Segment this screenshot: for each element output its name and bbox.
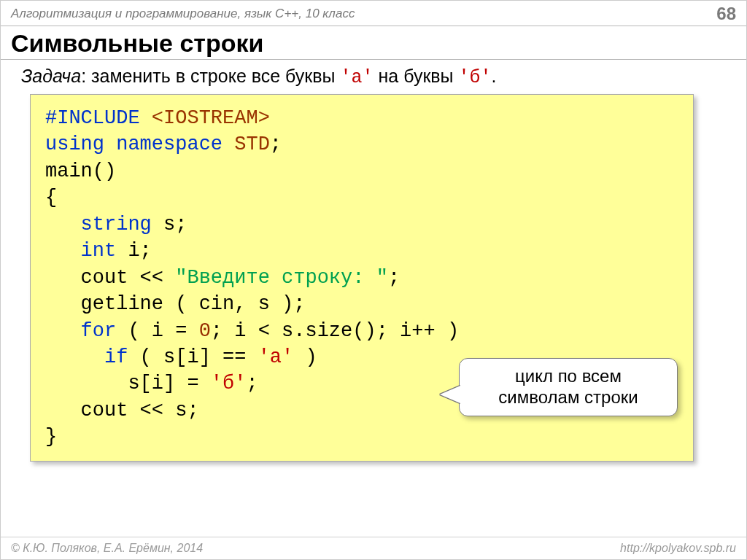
tok-for-open: ( i =: [116, 320, 198, 342]
slide: Алгоритмизация и программирование, язык …: [0, 0, 747, 560]
tok-s: s;: [152, 214, 187, 236]
tok-rbrace: }: [45, 426, 57, 448]
tok-cout2: cout << s;: [45, 400, 199, 421]
callout: цикл по всем символам строки: [459, 358, 678, 416]
tok-std: STD: [234, 133, 270, 155]
tok-main: main(): [45, 160, 116, 182]
tok-semi3: ;: [246, 373, 258, 394]
task-label: Задача: [21, 66, 81, 86]
task-statement: Задача: заменить в строке все буквы 'а' …: [1, 60, 746, 93]
tok-int: int: [45, 240, 116, 262]
slide-title: Символьные строки: [11, 29, 736, 58]
task-literal-b: 'б': [459, 67, 492, 88]
tok-lbrace: {: [45, 187, 57, 209]
task-text-before: : заменить в строке все буквы: [81, 66, 340, 86]
callout-line2: символам строки: [465, 387, 671, 408]
tok-iostream: <IOSTREAM>: [152, 107, 270, 129]
task-literal-a: 'а': [341, 67, 374, 88]
tok-semi1: ;: [270, 133, 282, 155]
tok-getline: getline ( cin, s );: [45, 293, 305, 315]
tok-i: i;: [116, 240, 152, 262]
tok-lit-a: 'а': [258, 346, 294, 368]
tok-assign: s[i] =: [45, 373, 211, 394]
tok-if-close: ): [293, 346, 317, 368]
slide-footer: © К.Ю. Поляков, Е.А. Ерёмин, 2014 http:/…: [1, 537, 746, 559]
callout-tail-icon: [440, 386, 460, 403]
tok-if: if: [45, 346, 128, 368]
tok-zero: 0: [199, 320, 211, 342]
tok-if-open: ( s[i] ==: [128, 346, 258, 368]
callout-bubble: цикл по всем символам строки: [459, 358, 678, 416]
subject-line: Алгоритмизация и программирование, язык …: [11, 7, 355, 21]
footer-url: http://kpolyakov.spb.ru: [620, 542, 736, 555]
tok-strlit: "Введите строку: ": [175, 267, 388, 289]
page-number: 68: [716, 4, 736, 24]
slide-header: Алгоритмизация и программирование, язык …: [1, 1, 746, 26]
tok-for-rest: ; i < s.size(); i++ ): [211, 320, 459, 342]
tok-lit-b: 'б': [211, 373, 247, 394]
tok-using-ns: using namespace: [45, 133, 234, 155]
code-block-wrap: #INCLUDE <IOSTREAM> using namespace STD;…: [30, 94, 694, 462]
task-text-after: .: [492, 66, 497, 86]
tok-string: string: [45, 214, 152, 236]
tok-for: for: [45, 320, 116, 342]
slide-title-bar: Символьные строки: [1, 26, 746, 60]
task-text-mid: на буквы: [374, 66, 459, 86]
tok-include: #INCLUDE: [45, 107, 152, 129]
tok-semi2: ;: [388, 267, 400, 289]
copyright: © К.Ю. Поляков, Е.А. Ерёмин, 2014: [11, 542, 203, 555]
callout-line1: цикл по всем: [465, 366, 671, 387]
tok-cout1: cout <<: [45, 267, 175, 289]
